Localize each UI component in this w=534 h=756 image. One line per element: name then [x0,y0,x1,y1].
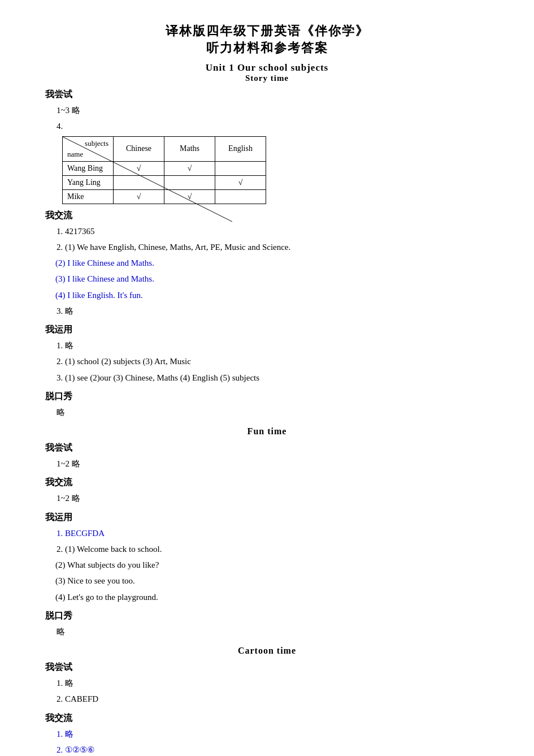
story-jl-2-1: 2. (1) We have English, Chinese, Maths, … [57,240,489,254]
fun-yy-2-4: (4) Let's go to the playground. [55,590,489,604]
fun-yy-2-1: 2. (1) Welcome back to school. [57,542,489,556]
fun-yy-2-3: (3) Nice to see you too. [55,573,489,588]
cartoon-wo-jiao-liu: 我交流 [45,712,489,724]
subjects-label: subjects [85,139,108,148]
fun-yy-1: 1. BECGFDA [57,526,489,541]
cartoon-cs-1: 1. 略 [57,676,489,690]
story-tkx: 略 [57,405,489,420]
cartoon-jl-2: 2. ①②⑤⑥ [57,742,489,756]
diagonal-line [63,137,232,222]
fun-wo-chang-shi: 我尝试 [45,442,489,454]
story-yy-1: 1. 略 [57,338,489,353]
title-line1: 译林版四年级下册英语《伴你学》 [45,23,489,40]
story-jl-2-4: (4) I like English. It's fun. [55,288,489,303]
fun-wo-jiao-liu: 我交流 [45,477,489,489]
fun-jl-1: 1~2 略 [57,491,489,506]
story-cs-item4: 4. [57,119,489,133]
story-yy-2: 2. (1) school (2) subjects (3) Art, Musi… [57,354,489,369]
story-cs-item1: 1~3 略 [57,103,489,118]
fun-yy-2-2: (2) What subjects do you like? [55,558,489,572]
unit-title: Unit 1 Our school subjects [45,62,489,74]
story-tuo-kou-xiu: 脱口秀 [45,391,489,403]
cartoon-time-heading: Cartoon time [45,646,489,656]
cartoon-wo-chang-shi: 我尝试 [45,662,489,673]
story-jl-1: 1. 4217365 [57,224,489,239]
story-jl-3: 3. 略 [57,304,489,318]
fun-tuo-kou-xiu: 脱口秀 [45,610,489,622]
fun-cs-1: 1~2 略 [57,456,489,471]
page-title-block: 译林版四年级下册英语《伴你学》 听力材料和参考答案 [45,23,489,57]
story-yy-3: 3. (1) see (2)our (3) Chinese, Maths (4)… [57,370,489,385]
name-label: name [67,150,83,159]
cartoon-jl-1: 1. 略 [57,727,489,741]
story-wo-chang-shi: 我尝试 [45,89,489,101]
fun-tkx: 略 [57,624,489,639]
cartoon-cs-2: 2. CABEFD [57,692,489,706]
table-header-diag: subjects name [63,136,114,161]
story-jl-2-3: (3) I like Chinese and Maths. [55,271,489,286]
fun-wo-yun-yong: 我运用 [45,512,489,524]
story-time-heading: Story time [45,74,489,83]
fun-time-heading: Fun time [45,426,489,437]
story-jl-2-2: (2) I like Chinese and Maths. [55,256,489,270]
story-wo-yun-yong: 我运用 [45,324,489,336]
subjects-table: subjects name Chinese Maths English Wang… [62,136,266,204]
svg-line-0 [63,137,232,222]
title-line2: 听力材料和参考答案 [45,40,489,57]
